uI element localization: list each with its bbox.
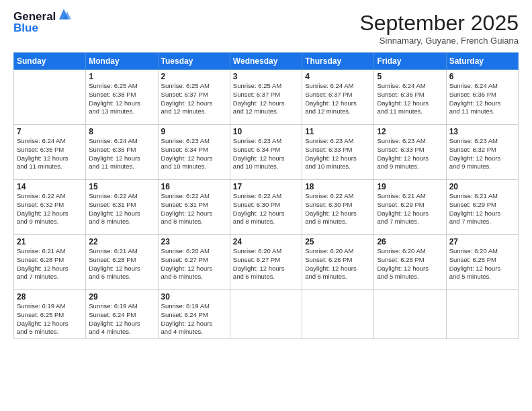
day-info: Sunrise: 6:19 AM Sunset: 6:25 PM Dayligh… bbox=[17, 302, 83, 336]
table-row: 8Sunrise: 6:24 AM Sunset: 6:35 PM Daylig… bbox=[86, 125, 158, 180]
header-saturday: Saturday bbox=[446, 53, 518, 70]
day-info: Sunrise: 6:22 AM Sunset: 6:31 PM Dayligh… bbox=[161, 192, 227, 226]
logo: General Blue bbox=[13, 11, 71, 34]
table-row: 13Sunrise: 6:23 AM Sunset: 6:32 PM Dayli… bbox=[446, 125, 518, 180]
table-row: 15Sunrise: 6:22 AM Sunset: 6:31 PM Dayli… bbox=[86, 180, 158, 235]
table-row: 30Sunrise: 6:19 AM Sunset: 6:24 PM Dayli… bbox=[158, 290, 230, 339]
day-number: 18 bbox=[305, 182, 371, 191]
header-tuesday: Tuesday bbox=[158, 53, 230, 70]
day-info: Sunrise: 6:21 AM Sunset: 6:29 PM Dayligh… bbox=[449, 192, 515, 226]
day-number: 29 bbox=[89, 292, 154, 302]
day-info: Sunrise: 6:21 AM Sunset: 6:29 PM Dayligh… bbox=[377, 192, 443, 226]
day-info: Sunrise: 6:20 AM Sunset: 6:25 PM Dayligh… bbox=[449, 247, 515, 281]
day-info: Sunrise: 6:22 AM Sunset: 6:30 PM Dayligh… bbox=[233, 192, 299, 226]
day-number: 2 bbox=[161, 72, 227, 81]
day-number: 25 bbox=[305, 237, 371, 246]
day-number: 14 bbox=[17, 182, 83, 191]
table-row: 24Sunrise: 6:20 AM Sunset: 6:27 PM Dayli… bbox=[230, 235, 302, 290]
table-row: 29Sunrise: 6:19 AM Sunset: 6:24 PM Dayli… bbox=[86, 290, 158, 339]
day-info: Sunrise: 6:20 AM Sunset: 6:26 PM Dayligh… bbox=[377, 247, 443, 281]
day-info: Sunrise: 6:24 AM Sunset: 6:35 PM Dayligh… bbox=[89, 137, 154, 171]
table-row: 4Sunrise: 6:24 AM Sunset: 6:37 PM Daylig… bbox=[302, 70, 374, 125]
day-number: 7 bbox=[17, 127, 83, 136]
day-info: Sunrise: 6:22 AM Sunset: 6:30 PM Dayligh… bbox=[305, 192, 371, 226]
day-info: Sunrise: 6:23 AM Sunset: 6:34 PM Dayligh… bbox=[161, 137, 227, 171]
header-sunday: Sunday bbox=[14, 53, 86, 70]
logo-line2: Blue bbox=[13, 22, 71, 35]
table-row: 6Sunrise: 6:24 AM Sunset: 6:36 PM Daylig… bbox=[446, 70, 518, 125]
day-number: 16 bbox=[161, 182, 227, 191]
header-wednesday: Wednesday bbox=[230, 53, 302, 70]
table-row: 27Sunrise: 6:20 AM Sunset: 6:25 PM Dayli… bbox=[446, 235, 518, 290]
header-friday: Friday bbox=[374, 53, 446, 70]
day-number: 10 bbox=[233, 127, 299, 136]
day-number: 21 bbox=[17, 237, 83, 246]
day-number: 9 bbox=[161, 127, 227, 136]
day-info: Sunrise: 6:19 AM Sunset: 6:24 PM Dayligh… bbox=[161, 302, 227, 336]
day-number: 3 bbox=[233, 72, 299, 81]
day-info: Sunrise: 6:24 AM Sunset: 6:37 PM Dayligh… bbox=[305, 82, 371, 116]
day-info: Sunrise: 6:23 AM Sunset: 6:32 PM Dayligh… bbox=[449, 137, 515, 171]
table-row: 10Sunrise: 6:23 AM Sunset: 6:34 PM Dayli… bbox=[230, 125, 302, 180]
table-row: 26Sunrise: 6:20 AM Sunset: 6:26 PM Dayli… bbox=[374, 235, 446, 290]
day-info: Sunrise: 6:19 AM Sunset: 6:24 PM Dayligh… bbox=[89, 302, 154, 336]
table-row: 18Sunrise: 6:22 AM Sunset: 6:30 PM Dayli… bbox=[302, 180, 374, 235]
day-number: 11 bbox=[305, 127, 371, 136]
day-info: Sunrise: 6:20 AM Sunset: 6:27 PM Dayligh… bbox=[161, 247, 227, 281]
day-number: 27 bbox=[449, 237, 515, 246]
header-monday: Monday bbox=[86, 53, 158, 70]
table-row bbox=[374, 290, 446, 339]
table-row: 3Sunrise: 6:25 AM Sunset: 6:37 PM Daylig… bbox=[230, 70, 302, 125]
day-info: Sunrise: 6:23 AM Sunset: 6:33 PM Dayligh… bbox=[377, 137, 443, 171]
day-info: Sunrise: 6:22 AM Sunset: 6:31 PM Dayligh… bbox=[89, 192, 154, 226]
day-number: 15 bbox=[89, 182, 154, 191]
day-number: 12 bbox=[377, 127, 443, 136]
calendar: Sunday Monday Tuesday Wednesday Thursday… bbox=[13, 52, 519, 339]
day-info: Sunrise: 6:25 AM Sunset: 6:38 PM Dayligh… bbox=[89, 82, 154, 116]
table-row: 12Sunrise: 6:23 AM Sunset: 6:33 PM Dayli… bbox=[374, 125, 446, 180]
day-number: 6 bbox=[449, 72, 515, 81]
day-info: Sunrise: 6:21 AM Sunset: 6:28 PM Dayligh… bbox=[17, 247, 83, 281]
day-info: Sunrise: 6:23 AM Sunset: 6:34 PM Dayligh… bbox=[233, 137, 299, 171]
day-number: 23 bbox=[161, 237, 227, 246]
day-number: 30 bbox=[161, 292, 227, 302]
subtitle: Sinnamary, Guyane, French Guiana bbox=[359, 36, 519, 46]
day-number: 19 bbox=[377, 182, 443, 191]
month-title: September 2025 bbox=[359, 11, 519, 36]
day-info: Sunrise: 6:24 AM Sunset: 6:36 PM Dayligh… bbox=[377, 82, 443, 116]
day-info: Sunrise: 6:24 AM Sunset: 6:35 PM Dayligh… bbox=[17, 137, 83, 171]
day-number: 8 bbox=[89, 127, 154, 136]
table-row: 28Sunrise: 6:19 AM Sunset: 6:25 PM Dayli… bbox=[14, 290, 86, 339]
logo-icon bbox=[56, 7, 71, 21]
table-row: 17Sunrise: 6:22 AM Sunset: 6:30 PM Dayli… bbox=[230, 180, 302, 235]
table-row: 19Sunrise: 6:21 AM Sunset: 6:29 PM Dayli… bbox=[374, 180, 446, 235]
day-number: 28 bbox=[17, 292, 83, 302]
title-section: September 2025 Sinnamary, Guyane, French… bbox=[359, 11, 519, 46]
table-row: 5Sunrise: 6:24 AM Sunset: 6:36 PM Daylig… bbox=[374, 70, 446, 125]
table-row bbox=[230, 290, 302, 339]
day-number: 24 bbox=[233, 237, 299, 246]
table-row bbox=[446, 290, 518, 339]
day-number: 5 bbox=[377, 72, 443, 81]
table-row: 14Sunrise: 6:22 AM Sunset: 6:32 PM Dayli… bbox=[14, 180, 86, 235]
calendar-header-row: Sunday Monday Tuesday Wednesday Thursday… bbox=[14, 53, 519, 70]
table-row bbox=[302, 290, 374, 339]
table-row: 21Sunrise: 6:21 AM Sunset: 6:28 PM Dayli… bbox=[14, 235, 86, 290]
table-row: 1Sunrise: 6:25 AM Sunset: 6:38 PM Daylig… bbox=[86, 70, 158, 125]
table-row: 9Sunrise: 6:23 AM Sunset: 6:34 PM Daylig… bbox=[158, 125, 230, 180]
day-info: Sunrise: 6:25 AM Sunset: 6:37 PM Dayligh… bbox=[233, 82, 299, 116]
table-row: 7Sunrise: 6:24 AM Sunset: 6:35 PM Daylig… bbox=[14, 125, 86, 180]
day-number: 26 bbox=[377, 237, 443, 246]
day-number: 22 bbox=[89, 237, 154, 246]
day-number: 20 bbox=[449, 182, 515, 191]
day-info: Sunrise: 6:25 AM Sunset: 6:37 PM Dayligh… bbox=[161, 82, 227, 116]
day-number: 13 bbox=[449, 127, 515, 136]
day-info: Sunrise: 6:20 AM Sunset: 6:27 PM Dayligh… bbox=[233, 247, 299, 281]
day-number: 1 bbox=[89, 72, 154, 81]
table-row bbox=[14, 70, 86, 125]
table-row: 20Sunrise: 6:21 AM Sunset: 6:29 PM Dayli… bbox=[446, 180, 518, 235]
day-info: Sunrise: 6:22 AM Sunset: 6:32 PM Dayligh… bbox=[17, 192, 83, 226]
day-number: 17 bbox=[233, 182, 299, 191]
table-row: 22Sunrise: 6:21 AM Sunset: 6:28 PM Dayli… bbox=[86, 235, 158, 290]
table-row: 23Sunrise: 6:20 AM Sunset: 6:27 PM Dayli… bbox=[158, 235, 230, 290]
